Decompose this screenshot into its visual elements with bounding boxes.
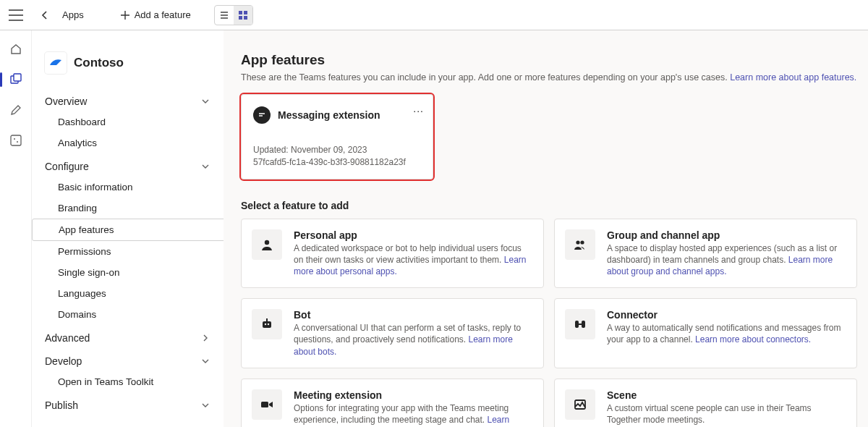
- svg-rect-19: [261, 402, 268, 407]
- connector-icon: [565, 309, 595, 339]
- sidebar-item-branding[interactable]: Branding: [32, 198, 224, 219]
- feature-personal-app[interactable]: Personal app A dedicated workspace or bo…: [241, 219, 544, 289]
- svg-rect-6: [11, 135, 21, 145]
- rail-tools[interactable]: [7, 132, 25, 149]
- chevron-down-icon: [200, 356, 210, 366]
- apps-icon: [9, 73, 22, 86]
- existing-updated: Updated: November 09, 2023: [253, 144, 421, 156]
- people-icon: [565, 229, 595, 260]
- feature-bot[interactable]: Bot A conversational UI that can perform…: [241, 298, 544, 368]
- svg-point-10: [576, 240, 579, 244]
- sidebar-item-permissions[interactable]: Permissions: [32, 241, 224, 262]
- svg-point-7: [14, 138, 15, 140]
- feature-title: Personal app: [294, 229, 530, 241]
- learn-more-connectors-link[interactable]: Learn more about connectors.: [695, 334, 811, 344]
- add-feature-label: Add a feature: [135, 9, 191, 20]
- feature-desc: Options for integrating your app with th…: [294, 403, 509, 425]
- feature-title: Bot: [294, 309, 530, 321]
- sidebar-item-app-features[interactable]: App features: [32, 219, 224, 241]
- svg-rect-2: [239, 16, 242, 20]
- sidebar-item-domains[interactable]: Domains: [32, 304, 224, 325]
- org-name: Contoso: [74, 56, 124, 70]
- feature-meeting-extension[interactable]: Meeting extension Options for integratin…: [241, 379, 544, 427]
- pencil-icon: [9, 103, 22, 117]
- breadcrumb-apps[interactable]: Apps: [58, 9, 88, 20]
- section-publish[interactable]: Publish: [32, 392, 224, 415]
- section-overview-label: Overview: [45, 96, 87, 107]
- feature-scene[interactable]: Scene A custom virtual scene people can …: [554, 379, 857, 427]
- existing-feature-name: Messaging extension: [278, 109, 380, 121]
- chevron-down-icon: [200, 96, 210, 106]
- svg-point-9: [265, 240, 269, 244]
- sidebar-item-basic-information[interactable]: Basic information: [32, 177, 224, 198]
- sidebar: Contoso Overview Dashboard Analytics Con…: [32, 30, 224, 427]
- existing-feature-card[interactable]: Messaging extension ··· Updated: Novembe…: [241, 94, 433, 179]
- svg-rect-5: [14, 74, 21, 81]
- sidebar-item-open-in-toolkit[interactable]: Open in Teams Toolkit: [32, 371, 224, 392]
- add-feature-button[interactable]: Add a feature: [113, 7, 198, 23]
- bot-icon: [252, 309, 282, 339]
- svg-rect-3: [244, 16, 247, 20]
- svg-point-8: [17, 141, 18, 143]
- feature-desc: A custom virtual scene people can use in…: [607, 403, 812, 425]
- more-button[interactable]: ···: [413, 105, 424, 117]
- section-develop[interactable]: Develop: [32, 348, 224, 371]
- section-publish-label: Publish: [45, 399, 78, 411]
- feature-title: Group and channel app: [607, 229, 843, 241]
- swoosh-icon: [48, 55, 64, 71]
- app-rail: [0, 30, 32, 427]
- section-develop-label: Develop: [45, 355, 82, 367]
- rail-edit[interactable]: [7, 101, 25, 119]
- section-configure[interactable]: Configure: [32, 153, 224, 177]
- svg-point-13: [265, 324, 266, 325]
- messaging-extension-icon: [253, 106, 271, 124]
- feature-grid: Personal app A dedicated workspace or bo…: [241, 219, 857, 427]
- existing-id: 57fcafd5-fc1a-439c-b3f3-90881182a23f: [253, 156, 421, 169]
- grid-view-button[interactable]: [234, 6, 252, 25]
- feature-group-channel-app[interactable]: Group and channel app A space to display…: [554, 219, 857, 289]
- select-feature-heading: Select a feature to add: [241, 200, 857, 211]
- svg-rect-1: [244, 11, 247, 14]
- hamburger-icon[interactable]: [9, 9, 23, 21]
- chevron-down-icon: [200, 161, 210, 172]
- section-overview[interactable]: Overview: [32, 88, 224, 111]
- org-logo: [45, 52, 67, 74]
- feature-title: Connector: [607, 309, 843, 321]
- tools-icon: [9, 134, 22, 147]
- svg-rect-16: [575, 321, 579, 328]
- person-icon: [252, 229, 282, 260]
- section-advanced[interactable]: Advanced: [32, 325, 224, 348]
- sidebar-item-dashboard[interactable]: Dashboard: [32, 111, 224, 132]
- svg-rect-0: [239, 11, 242, 14]
- sidebar-item-sso[interactable]: Single sign-on: [32, 262, 224, 283]
- feature-desc: A dedicated workspace or bot to help ind…: [294, 243, 522, 265]
- view-toggle: [214, 5, 253, 25]
- org-header: Contoso: [32, 52, 224, 74]
- learn-more-app-features-link[interactable]: Learn more about app features.: [730, 72, 856, 83]
- feature-title: Scene: [607, 389, 843, 401]
- page-subtitle: These are the Teams features you can inc…: [241, 72, 857, 83]
- scene-icon: [565, 389, 595, 420]
- feature-connector[interactable]: Connector A way to automatically send no…: [554, 298, 857, 368]
- rail-home[interactable]: [7, 41, 25, 58]
- sidebar-item-analytics[interactable]: Analytics: [32, 132, 224, 153]
- rail-apps[interactable]: [7, 71, 25, 88]
- main-content: App features These are the Teams feature…: [224, 30, 868, 427]
- svg-point-11: [580, 240, 584, 244]
- grid-icon: [238, 10, 248, 20]
- meeting-icon: [252, 389, 282, 420]
- page-title: App features: [241, 52, 857, 68]
- top-bar: Apps Add a feature: [0, 0, 868, 30]
- plus-icon: [120, 10, 130, 20]
- section-configure-label: Configure: [45, 161, 89, 172]
- chevron-right-icon: [200, 333, 210, 343]
- svg-rect-12: [263, 321, 271, 328]
- svg-rect-17: [582, 321, 585, 328]
- page-subtitle-text: These are the Teams features you can inc…: [241, 72, 730, 83]
- svg-point-14: [268, 324, 269, 325]
- sidebar-item-languages[interactable]: Languages: [32, 283, 224, 304]
- svg-rect-18: [579, 324, 582, 325]
- section-advanced-label: Advanced: [45, 332, 90, 344]
- back-button[interactable]: [35, 5, 55, 25]
- list-view-button[interactable]: [215, 6, 234, 25]
